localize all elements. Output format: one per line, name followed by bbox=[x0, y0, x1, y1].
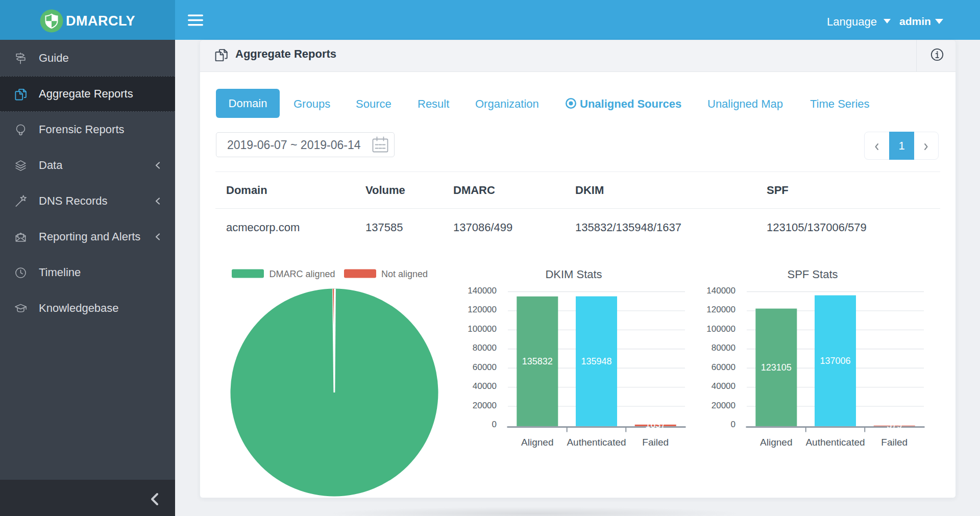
svg-text:Authenticated: Authenticated bbox=[567, 437, 626, 448]
svg-text:135948: 135948 bbox=[581, 356, 611, 366]
svg-text:DMARC aligned: DMARC aligned bbox=[270, 269, 335, 279]
svg-text:Not aligned: Not aligned bbox=[381, 269, 428, 279]
svg-text:Aligned: Aligned bbox=[521, 437, 553, 448]
svg-text:140000: 140000 bbox=[468, 286, 497, 296]
svg-text:20000: 20000 bbox=[473, 401, 497, 410]
svg-text:SPF Stats: SPF Stats bbox=[787, 268, 838, 281]
svg-text:137006: 137006 bbox=[820, 356, 850, 366]
svg-text:Failed: Failed bbox=[881, 437, 908, 448]
svg-text:120000: 120000 bbox=[706, 305, 736, 314]
svg-text:120000: 120000 bbox=[468, 305, 497, 314]
svg-text:40000: 40000 bbox=[473, 381, 497, 391]
svg-text:100000: 100000 bbox=[706, 324, 736, 334]
svg-text:0: 0 bbox=[492, 420, 497, 429]
svg-text:80000: 80000 bbox=[712, 343, 736, 353]
svg-text:DKIM Stats: DKIM Stats bbox=[545, 268, 602, 281]
svg-text:100000: 100000 bbox=[468, 324, 497, 334]
svg-text:Authenticated: Authenticated bbox=[805, 437, 865, 448]
svg-text:135832: 135832 bbox=[522, 356, 553, 366]
svg-text:Failed: Failed bbox=[642, 437, 669, 448]
svg-text:1637: 1637 bbox=[645, 420, 666, 430]
svg-text:60000: 60000 bbox=[712, 362, 736, 372]
svg-text:579: 579 bbox=[887, 420, 902, 430]
svg-text:60000: 60000 bbox=[473, 362, 497, 372]
svg-text:0: 0 bbox=[731, 420, 736, 429]
svg-text:20000: 20000 bbox=[712, 401, 736, 410]
svg-text:140000: 140000 bbox=[706, 286, 736, 296]
svg-text:Aligned: Aligned bbox=[760, 437, 792, 448]
svg-text:123105: 123105 bbox=[761, 362, 792, 373]
svg-text:40000: 40000 bbox=[712, 381, 736, 391]
svg-text:80000: 80000 bbox=[473, 343, 497, 353]
